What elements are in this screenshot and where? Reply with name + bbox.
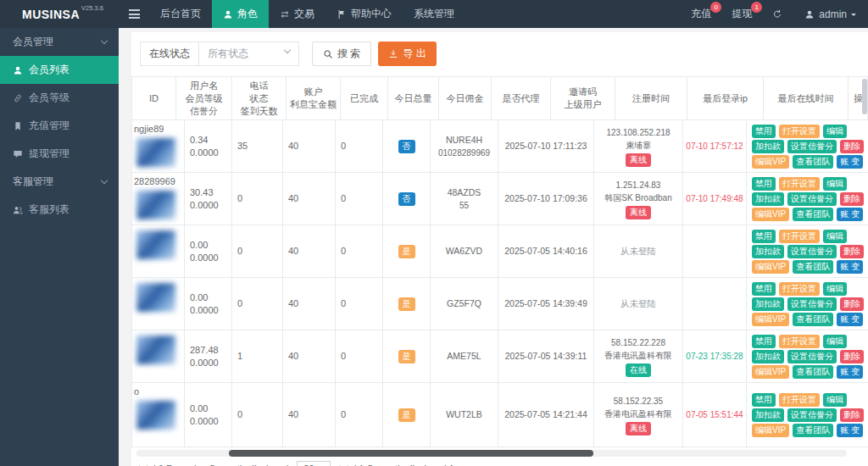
sidebar-group-member-management[interactable]: 会员管理: [0, 28, 119, 56]
cell-register-time: 2025-07-05 14:40:16: [498, 225, 594, 277]
action-button-disable[interactable]: 禁用: [752, 177, 776, 191]
ip-location-value: 香港电讯盈科有限: [604, 408, 672, 420]
action-button-delete[interactable]: 删除: [840, 140, 864, 153]
action-button-add-deduct-money[interactable]: 加扣款: [752, 297, 784, 311]
nav-item-system[interactable]: 系统管理: [403, 0, 465, 28]
action-button-view-team[interactable]: 查看团队: [793, 208, 833, 221]
register-time-value: 2025-07-10 17:09:36: [504, 192, 587, 205]
sidebar-item-member-list[interactable]: 会员列表: [0, 56, 119, 84]
horizontal-scrollbar-thumb[interactable]: [229, 450, 593, 457]
hamburger-menu-button[interactable]: [119, 0, 149, 28]
action-button-add-deduct-money[interactable]: 加扣款: [752, 408, 784, 422]
status-select[interactable]: 所有状态: [199, 42, 299, 66]
action-button-open-settings[interactable]: 打开设置: [779, 335, 820, 348]
never-login-text: 从未登陆: [620, 297, 656, 310]
action-button-view-team[interactable]: 查看团队: [793, 155, 833, 169]
admin-menu[interactable]: admin: [793, 0, 868, 28]
action-button-add-deduct-money[interactable]: 加扣款: [752, 245, 784, 258]
sidebar-item-recharge-management[interactable]: 充值管理: [0, 112, 119, 140]
action-button-edit-vip[interactable]: 编辑VIP: [752, 208, 789, 221]
action-button-set-credit-score[interactable]: 设置信誉分: [787, 297, 837, 311]
action-button-disable[interactable]: 禁用: [752, 335, 776, 348]
action-button-view-team[interactable]: 查看团队: [793, 424, 833, 437]
filter-toolbar: 在线状态 所有状态 搜 索 导 出: [131, 32, 868, 76]
export-button[interactable]: 导 出: [378, 42, 436, 66]
action-button-add-deduct-money[interactable]: 加扣款: [752, 192, 784, 206]
action-button-edit-vip[interactable]: 编辑VIP: [752, 155, 789, 169]
action-button-edit-vip[interactable]: 编辑VIP: [752, 365, 789, 379]
online-status-badge: 离线: [626, 422, 651, 435]
action-button-edit[interactable]: 编辑: [823, 282, 847, 296]
action-button-view-team[interactable]: 查看团队: [793, 313, 833, 326]
action-button-set-credit-score[interactable]: 设置信誉分: [787, 192, 837, 206]
action-button-disable[interactable]: 禁用: [752, 230, 776, 243]
exchange-icon: [280, 9, 290, 19]
nav-item-role[interactable]: 角色: [212, 0, 269, 28]
refresh-button[interactable]: [762, 0, 793, 28]
action-button-open-settings[interactable]: 打开设置: [779, 125, 820, 138]
action-button-edit[interactable]: 编辑: [823, 177, 847, 191]
action-button-edit-vip[interactable]: 编辑VIP: [752, 424, 789, 437]
cell-id-user: [132, 225, 185, 277]
action-button-delete[interactable]: 删除: [840, 297, 864, 311]
action-button-balance-change[interactable]: 账 变: [837, 424, 863, 437]
action-button-delete[interactable]: 删除: [840, 408, 864, 422]
vertical-scrollbar-thumb[interactable]: [862, 79, 867, 114]
action-button-open-settings[interactable]: 打开设置: [779, 177, 820, 191]
action-button-edit[interactable]: 编辑: [823, 335, 847, 348]
table-row: 0.000.00000400是WA6ZVD2025-07-05 14:40:16…: [131, 225, 868, 278]
action-button-balance-change[interactable]: 账 变: [837, 155, 863, 169]
account-value: 40: [288, 192, 298, 205]
action-button-disable[interactable]: 禁用: [752, 282, 776, 296]
action-button-delete[interactable]: 删除: [840, 245, 864, 258]
page-size-select[interactable]: 20: [297, 461, 330, 466]
cell-invite-code: GZ5F7Q: [431, 278, 498, 330]
cell-phone-signin: 0: [232, 278, 283, 330]
action-button-edit[interactable]: 编辑: [823, 125, 847, 138]
cell-account: 40: [283, 278, 336, 330]
nav-item-trade[interactable]: 交易: [269, 0, 326, 28]
nav-item-dashboard[interactable]: 后台首页: [149, 0, 212, 28]
header-cell-phone: 电话状态签到天数: [232, 77, 287, 119]
action-button-open-settings[interactable]: 打开设置: [779, 393, 820, 407]
action-button-balance-change[interactable]: 账 变: [837, 208, 863, 221]
header-line: 是否代理: [503, 92, 540, 105]
action-button-delete[interactable]: 删除: [840, 350, 864, 363]
action-button-edit[interactable]: 编辑: [823, 393, 847, 407]
action-button-add-deduct-money[interactable]: 加扣款: [752, 140, 784, 153]
search-button[interactable]: 搜 索: [312, 42, 371, 66]
header-line: 会员等级: [186, 92, 223, 105]
action-button-edit-vip[interactable]: 编辑VIP: [752, 313, 789, 326]
nav-item-label: 系统管理: [414, 7, 454, 21]
sidebar-item-withdraw-management[interactable]: 提现管理: [0, 140, 119, 168]
action-button-add-deduct-money[interactable]: 加扣款: [752, 350, 784, 363]
completed-value: 0: [341, 192, 346, 205]
action-button-balance-change[interactable]: 账 变: [837, 313, 863, 326]
action-button-balance-change[interactable]: 账 变: [837, 260, 863, 274]
register-time-value: 2025-07-05 14:39:49: [504, 297, 587, 310]
action-button-set-credit-score[interactable]: 设置信誉分: [787, 140, 837, 153]
withdraw-button[interactable]: 提现 1: [721, 0, 762, 28]
action-button-disable[interactable]: 禁用: [752, 393, 776, 407]
action-button-set-credit-score[interactable]: 设置信誉分: [787, 245, 837, 258]
action-button-disable[interactable]: 禁用: [752, 125, 776, 138]
action-button-balance-change[interactable]: 账 变: [837, 365, 863, 379]
action-button-view-team[interactable]: 查看团队: [793, 260, 833, 274]
table-row: o0.000.00000400是WUT2LB2025-07-05 14:21:4…: [131, 383, 868, 447]
sidebar-group-support-management[interactable]: 客服管理: [0, 168, 119, 196]
action-button-open-settings[interactable]: 打开设置: [779, 282, 820, 296]
action-button-open-settings[interactable]: 打开设置: [779, 230, 820, 243]
action-button-view-team[interactable]: 查看团队: [793, 365, 833, 379]
action-button-delete[interactable]: 删除: [840, 192, 864, 206]
recharge-button[interactable]: 充值 0: [681, 0, 721, 28]
completed-value: 0: [341, 408, 346, 421]
cell-register-time: 2025-07-10 17:09:36: [498, 173, 594, 225]
action-button-edit-vip[interactable]: 编辑VIP: [752, 260, 789, 274]
nav-item-help-center[interactable]: 帮助中心: [326, 0, 403, 28]
cell-level-credit: 287.480.0000: [185, 330, 232, 382]
sidebar-item-member-level[interactable]: 会员等级: [0, 84, 119, 112]
action-button-set-credit-score[interactable]: 设置信誉分: [787, 350, 837, 363]
action-button-set-credit-score[interactable]: 设置信誉分: [787, 408, 837, 422]
sidebar-item-support-list[interactable]: 客服列表: [0, 196, 119, 224]
action-button-edit[interactable]: 编辑: [823, 230, 847, 243]
